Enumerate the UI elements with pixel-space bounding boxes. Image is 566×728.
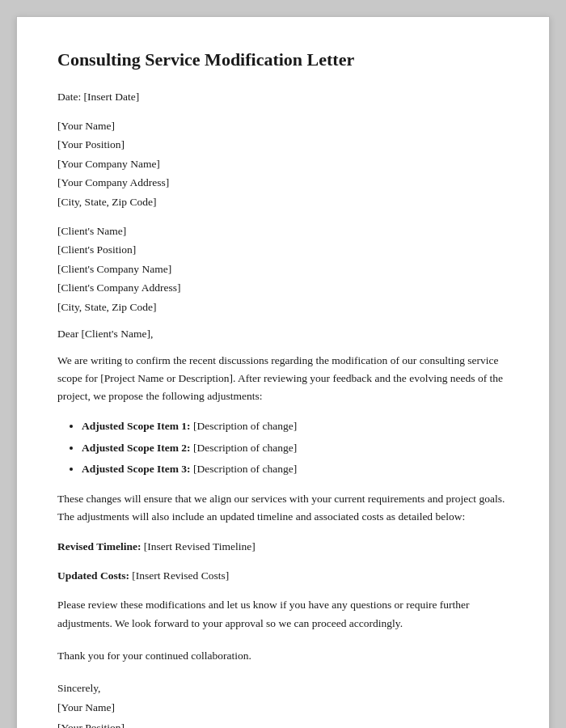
recipient-name: [Client's Name] [57,222,509,240]
scope-item-1: Adjusted Scope Item 1: [Description of c… [82,417,509,436]
revised-timeline-line: Revised Timeline: [Insert Revised Timeli… [57,538,509,556]
intro-paragraph: We are writing to confirm the recent dis… [57,352,509,406]
updated-costs-value-text: [Insert Revised Costs] [132,569,229,582]
sender-company: [Your Company Name] [57,155,509,173]
recipient-city-state-zip: [City, State, Zip Code] [57,298,509,316]
closing-position: [Your Position] [57,719,509,728]
closing-block: Sincerely, [Your Name] [Your Position] [… [57,679,509,728]
letter-title: Consulting Service Modification Letter [57,49,509,70]
revised-timeline-value-text: [Insert Revised Timeline] [144,540,256,552]
recipient-block: [Client's Name] [Client's Position] [Cli… [57,222,509,316]
recipient-position: [Client's Position] [57,241,509,259]
recipient-address: [Client's Company Address] [57,279,509,297]
updated-costs-line: Updated Costs: [Insert Revised Costs] [57,567,509,585]
closing-name: [Your Name] [57,699,509,717]
thank-you-text: Thank you for your continued collaborati… [57,647,509,665]
scope-items-list: Adjusted Scope Item 1: [Description of c… [82,417,509,479]
scope-item-3: Adjusted Scope Item 3: [Description of c… [82,459,509,479]
recipient-company: [Client's Company Name] [57,260,509,278]
scope-item-2: Adjusted Scope Item 2: [Description of c… [82,438,509,458]
date-text: Date: [Insert Date] [57,88,509,106]
salutation: Dear [Client's Name], [57,328,509,341]
sender-address: [Your Company Address] [57,174,509,192]
sender-position: [Your Position] [57,136,509,154]
closing-word: Sincerely, [57,679,509,697]
sender-city-state-zip: [City, State, Zip Code] [57,193,509,211]
sender-block: [Your Name] [Your Position] [Your Compan… [57,117,509,211]
revised-timeline-label: Revised Timeline: [57,540,141,552]
letter-document: Consulting Service Modification Letter D… [16,16,550,728]
date-line: Date: [Insert Date] [57,88,509,106]
changes-paragraph: These changes will ensure that we align … [57,490,509,527]
updated-costs-label: Updated Costs: [57,569,129,582]
thank-you-line: Thank you for your continued collaborati… [57,647,509,665]
sender-name: [Your Name] [57,117,509,135]
review-paragraph: Please review these modifications and le… [57,596,509,633]
